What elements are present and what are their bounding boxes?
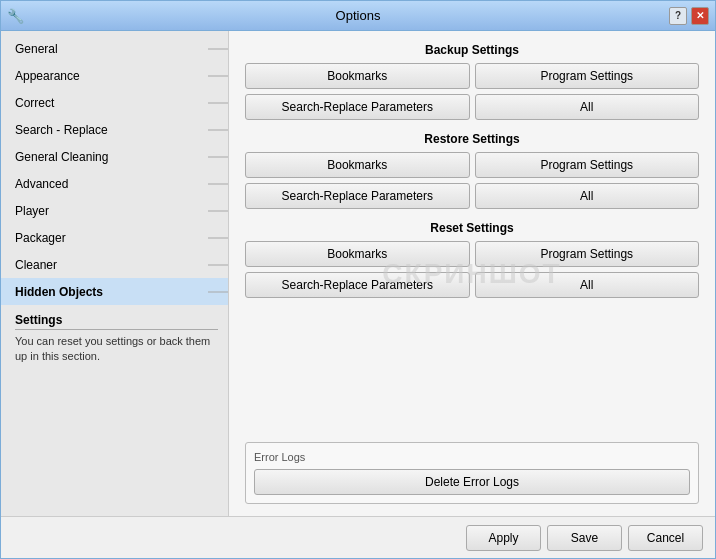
sidebar-item-search-replace-label: Search - Replace — [15, 123, 108, 137]
reset-title: Reset Settings — [245, 221, 699, 235]
apply-button[interactable]: Apply — [466, 525, 541, 551]
sidebar-item-player[interactable]: Player — [1, 197, 228, 224]
sidebar: General Appearance Correct Search - Repl… — [1, 31, 229, 516]
close-button[interactable]: ✕ — [691, 7, 709, 25]
sidebar-item-packager[interactable]: Packager — [1, 224, 228, 251]
delete-error-logs-button[interactable]: Delete Error Logs — [254, 469, 690, 495]
sidebar-item-correct[interactable]: Correct — [1, 89, 228, 116]
reset-search-replace-button[interactable]: Search-Replace Parameters — [245, 272, 470, 298]
sidebar-item-correct-label: Correct — [15, 96, 54, 110]
reset-program-settings-button[interactable]: Program Settings — [475, 241, 700, 267]
main-inner: СКРИНШОТ Backup Settings Bookmarks Progr… — [245, 43, 699, 504]
sidebar-item-hidden-objects-label: Hidden Objects — [15, 285, 103, 299]
sidebar-item-general-label: General — [15, 42, 58, 56]
main-panel: СКРИНШОТ Backup Settings Bookmarks Progr… — [229, 31, 715, 516]
settings-section-desc: You can reset you settings or back them … — [15, 334, 218, 365]
sidebar-item-advanced[interactable]: Advanced — [1, 170, 228, 197]
titlebar-left: 🔧 — [7, 8, 23, 24]
restore-program-settings-button[interactable]: Program Settings — [475, 152, 700, 178]
restore-title: Restore Settings — [245, 132, 699, 146]
backup-search-replace-button[interactable]: Search-Replace Parameters — [245, 94, 470, 120]
save-button[interactable]: Save — [547, 525, 622, 551]
sidebar-item-hidden-objects[interactable]: Hidden Objects — [1, 278, 228, 305]
sidebar-item-search-replace[interactable]: Search - Replace — [1, 116, 228, 143]
restore-search-replace-button[interactable]: Search-Replace Parameters — [245, 183, 470, 209]
sidebar-item-player-label: Player — [15, 204, 49, 218]
sidebar-item-general[interactable]: General — [1, 35, 228, 62]
app-icon: 🔧 — [7, 8, 23, 24]
error-logs-label: Error Logs — [254, 451, 690, 463]
error-logs-container: Error Logs Delete Error Logs — [245, 442, 699, 504]
reset-button-grid: Bookmarks Program Settings Search-Replac… — [245, 241, 699, 298]
sidebar-item-appearance-label: Appearance — [15, 69, 80, 83]
restore-bookmarks-button[interactable]: Bookmarks — [245, 152, 470, 178]
options-window: 🔧 Options ? ✕ General Appearance Correct… — [0, 0, 716, 559]
backup-button-grid: Bookmarks Program Settings Search-Replac… — [245, 63, 699, 120]
backup-all-button[interactable]: All — [475, 94, 700, 120]
content-area: General Appearance Correct Search - Repl… — [1, 31, 715, 516]
cancel-button[interactable]: Cancel — [628, 525, 703, 551]
sidebar-item-cleaner-label: Cleaner — [15, 258, 57, 272]
reset-bookmarks-button[interactable]: Bookmarks — [245, 241, 470, 267]
help-button[interactable]: ? — [669, 7, 687, 25]
backup-bookmarks-button[interactable]: Bookmarks — [245, 63, 470, 89]
backup-title: Backup Settings — [245, 43, 699, 57]
sidebar-item-advanced-label: Advanced — [15, 177, 68, 191]
settings-section-title: Settings — [15, 313, 218, 330]
restore-all-button[interactable]: All — [475, 183, 700, 209]
titlebar: 🔧 Options ? ✕ — [1, 1, 715, 31]
restore-button-grid: Bookmarks Program Settings Search-Replac… — [245, 152, 699, 209]
sidebar-item-general-cleaning[interactable]: General Cleaning — [1, 143, 228, 170]
sidebar-item-appearance[interactable]: Appearance — [1, 62, 228, 89]
sidebar-item-packager-label: Packager — [15, 231, 66, 245]
sidebar-item-general-cleaning-label: General Cleaning — [15, 150, 108, 164]
footer: Apply Save Cancel — [1, 516, 715, 558]
backup-program-settings-button[interactable]: Program Settings — [475, 63, 700, 89]
reset-all-button[interactable]: All — [475, 272, 700, 298]
sidebar-item-cleaner[interactable]: Cleaner — [1, 251, 228, 278]
window-title: Options — [0, 8, 716, 23]
settings-section: Settings You can reset you settings or b… — [1, 305, 228, 369]
titlebar-buttons: ? ✕ — [669, 7, 709, 25]
